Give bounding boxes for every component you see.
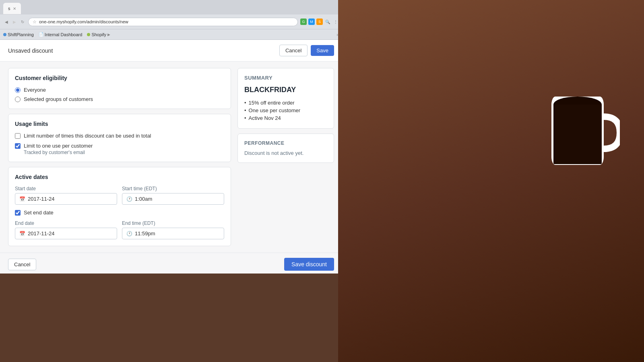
start-date-row: Start date 📅 2017-11-24 Start time (EDT)… [15, 186, 224, 205]
tab-close-icon[interactable]: ✕ [13, 6, 16, 11]
bookmark-label: Shopify [91, 32, 106, 37]
radio-everyone-label: Everyone [24, 87, 46, 93]
header-actions: Cancel Save [279, 45, 334, 56]
bookmark-internal[interactable]: 📄 Internal Dashboard [39, 32, 83, 37]
customer-eligibility-title: Customer eligibility [15, 75, 224, 81]
page-title: Unsaved discount [8, 47, 53, 54]
customer-eligibility-card: Customer eligibility Everyone Selected g… [8, 68, 231, 109]
extension-icon-1[interactable]: G [300, 19, 307, 25]
header-cancel-button[interactable]: Cancel [279, 45, 308, 56]
checkbox-limit-total[interactable]: Limit number of times this discount can … [15, 133, 224, 139]
bookmark-shiftplanning[interactable]: ShiftPlanning [3, 32, 34, 37]
summary-bullet-3: Active Nov 24 [249, 115, 281, 121]
footer-cancel-button[interactable]: Cancel [8, 259, 36, 270]
checkbox-one-per-customer[interactable]: Limit to one use per customer Tracked by… [15, 143, 224, 155]
bookmark-arrow: ▶ [107, 33, 110, 37]
clock-icon: 🕐 [126, 196, 132, 202]
start-date-input[interactable]: 📅 2017-11-24 [15, 193, 117, 205]
start-time-field: Start time (EDT) 🕐 1:00am [122, 186, 224, 205]
checkbox-one-per-customer-label: Limit to one use per customer [24, 143, 93, 149]
checkbox-one-per-customer-content: Limit to one use per customer Tracked by… [24, 143, 93, 155]
url-bar[interactable]: ☆ one-one.myshopify.com/admin/discounts/… [28, 18, 298, 26]
summary-bullet-1: 15% off entire order [249, 100, 295, 106]
active-dates-title: Active dates [15, 174, 224, 180]
radio-selected-groups-label: Selected groups of customers [24, 96, 93, 102]
usage-limits-title: Usage limits [15, 121, 224, 127]
summary-list: 15% off entire order One use per custome… [244, 99, 327, 122]
end-date-field: End date 📅 2017-11-24 [15, 220, 117, 239]
browser-window: s ✕ ◀ ▶ ↻ ☆ one-one.myshopify.com/admin/… [0, 0, 342, 274]
start-time-input[interactable]: 🕐 1:00am [122, 193, 224, 205]
checkbox-limit-total-input[interactable] [15, 133, 21, 139]
coffee-cup-illustration [539, 72, 620, 193]
performance-title: PERFORMANCE [244, 140, 327, 146]
usage-limits-options: Limit number of times this discount can … [15, 133, 224, 155]
url-text: one-one.myshopify.com/admin/discounts/ne… [39, 19, 128, 24]
set-end-date-checkbox[interactable]: Set end date [15, 210, 224, 216]
customer-eligibility-options: Everyone Selected groups of customers [15, 87, 224, 102]
end-date-row: End date 📅 2017-11-24 End time (EDT) 🕐 1… [15, 220, 224, 239]
set-end-date-label: Set end date [24, 210, 54, 216]
extension-icon-3[interactable]: S [316, 19, 323, 25]
forward-icon[interactable]: ▶ [11, 19, 18, 25]
end-time-input[interactable]: 🕐 11:59pm [122, 228, 224, 239]
header-save-button[interactable]: Save [311, 45, 334, 56]
start-date-value: 2017-11-24 [28, 196, 55, 202]
performance-empty-text: Discount is not active yet. [244, 150, 327, 156]
start-date-field: Start date 📅 2017-11-24 [15, 186, 117, 205]
summary-item-2: One use per customer [244, 107, 327, 114]
reload-icon[interactable]: ↻ [19, 19, 26, 25]
start-time-label: Start time (EDT) [122, 186, 224, 191]
summary-item-1: 15% off entire order [244, 99, 327, 107]
checkbox-sublabel: Tracked by customer's email [24, 150, 93, 155]
browser-tab[interactable]: s ✕ [3, 3, 21, 14]
nav-controls: ◀ ▶ ↻ [3, 19, 26, 25]
radio-selected-groups[interactable]: Selected groups of customers [15, 96, 224, 102]
performance-card: PERFORMANCE Discount is not active yet. [237, 134, 334, 163]
back-icon[interactable]: ◀ [3, 19, 10, 25]
start-time-value: 1:00am [135, 196, 152, 202]
browser-tabs-bar: s ✕ [0, 0, 342, 14]
bookmark-shopify[interactable]: Shopify ▶ [87, 32, 110, 37]
summary-bullet-2: One use per customer [249, 107, 301, 113]
active-dates-card: Active dates Start date 📅 2017-11-24 Sta… [8, 167, 231, 246]
summary-item-3: Active Nov 24 [244, 114, 327, 122]
radio-everyone[interactable]: Everyone [15, 87, 224, 93]
tab-title: s [8, 6, 10, 11]
set-end-date-row: Set end date [15, 210, 224, 216]
clock-icon-end: 🕐 [126, 231, 132, 237]
star-icon: ☆ [33, 19, 37, 25]
bookmarks-bar: ShiftPlanning 📄 Internal Dashboard Shopi… [0, 29, 342, 39]
radio-everyone-input[interactable] [15, 87, 21, 93]
content-layout: Customer eligibility Everyone Selected g… [0, 62, 342, 253]
browser-action-icons: G M S 🔍 ⋮ [300, 19, 339, 25]
discount-code-name: BLACKFRIDAY [244, 86, 327, 94]
right-panel: Summary BLACKFRIDAY 15% off entire order… [237, 68, 334, 246]
radio-selected-groups-input[interactable] [15, 97, 21, 102]
end-time-value: 11:59pm [135, 230, 155, 237]
bookmark-label: Internal Dashboard [45, 32, 83, 37]
page-footer: Cancel Save discount [0, 253, 342, 274]
browser-chrome: s ✕ ◀ ▶ ↻ ☆ one-one.myshopify.com/admin/… [0, 0, 342, 40]
start-date-label: Start date [15, 186, 117, 191]
checkbox-one-per-customer-input[interactable] [15, 143, 21, 149]
search-icon[interactable]: 🔍 [324, 19, 331, 25]
bookmark-label: ShiftPlanning [8, 32, 34, 37]
extension-icon-2[interactable]: M [308, 19, 315, 25]
end-date-input[interactable]: 📅 2017-11-24 [15, 228, 117, 239]
checkbox-one-per-customer-row: Limit to one use per customer Tracked by… [15, 143, 224, 155]
bookmark-dot [3, 33, 6, 36]
bookmark-dot [87, 33, 90, 36]
calendar-icon-end: 📅 [19, 231, 25, 237]
calendar-icon: 📅 [19, 196, 25, 202]
end-time-label: End time (EDT) [122, 220, 224, 226]
footer-save-discount-button[interactable]: Save discount [284, 258, 334, 271]
main-content: Unsaved discount Cancel Save Customer el… [0, 40, 342, 274]
set-end-date-input[interactable] [15, 210, 21, 216]
end-date-label: End date [15, 220, 117, 226]
summary-title: Summary [244, 75, 327, 81]
checkbox-limit-total-label: Limit number of times this discount can … [24, 133, 151, 139]
end-date-value: 2017-11-24 [28, 230, 55, 237]
left-panel: Customer eligibility Everyone Selected g… [8, 68, 231, 246]
background-area [338, 0, 644, 362]
